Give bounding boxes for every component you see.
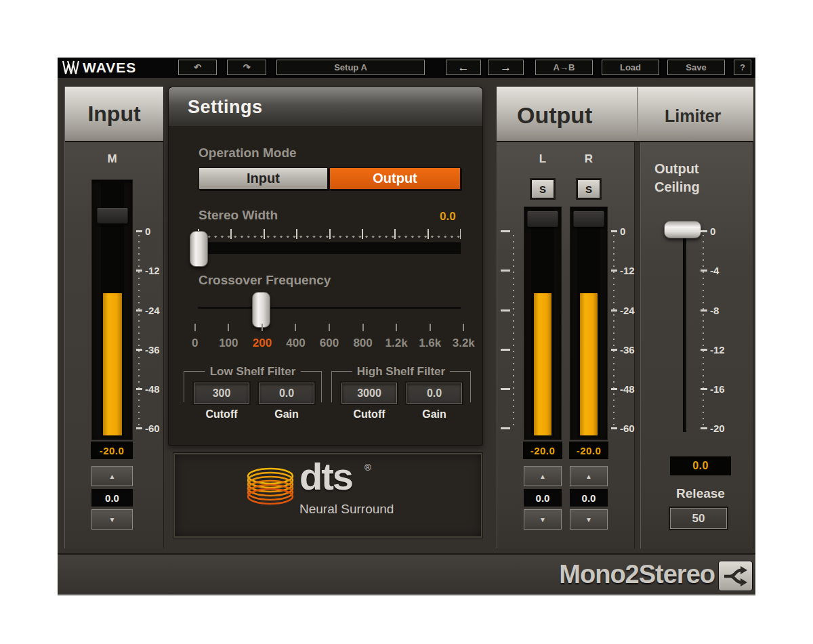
left-meter-well	[524, 207, 562, 440]
scale-mark: -4	[701, 265, 719, 275]
scale-mark: 0	[136, 226, 150, 236]
scale-mark: -16	[701, 384, 725, 393]
load-button[interactable]: Load	[602, 60, 659, 75]
right-meter-well	[570, 207, 608, 440]
registered-mark: ®	[364, 463, 371, 473]
scale-mark: 0	[611, 226, 625, 236]
scale-mark	[501, 345, 510, 354]
output-section-title: Output	[517, 102, 592, 129]
setup-selector-button[interactable]: Setup A	[276, 60, 425, 75]
redo-icon: ↷	[243, 62, 251, 72]
help-button[interactable]: ?	[734, 60, 751, 75]
left-fader-thumb[interactable]	[528, 211, 558, 227]
output-limiter-header: Output Limiter	[497, 87, 753, 142]
scale-mark: -48	[611, 384, 635, 393]
minor-ticks	[138, 235, 140, 427]
stereo-width-slider-track[interactable]	[198, 242, 461, 254]
stereo-width-ruler	[198, 229, 461, 239]
prev-preset-button[interactable]: ←	[446, 60, 481, 75]
scale-mark: 0	[701, 226, 715, 236]
left-gain-value[interactable]: 0.0	[524, 489, 562, 507]
scale-mark: -60	[611, 423, 635, 433]
crossover-selected-value: 200	[245, 337, 279, 350]
input-meter-scale: 0 -12 -24 -36 -48 -60	[136, 226, 165, 433]
left-gain-up-button[interactable]: ▲	[524, 466, 562, 486]
input-fader-thumb[interactable]	[97, 208, 127, 223]
right-gain-value[interactable]: 0.0	[570, 489, 608, 507]
right-gain-up-button[interactable]: ▲	[570, 466, 608, 486]
input-gain-up-button[interactable]: ▲	[91, 466, 133, 486]
crossover-tick-labels: 0 100 200 400 600 800 1.2k 1.6k 3.2k	[178, 337, 480, 350]
high-shelf-filter-group: High Shelf Filter 3000 0.0 Cutoff Gain	[331, 364, 471, 426]
undo-button[interactable]: ↶	[178, 60, 217, 75]
input-section-title: Input	[65, 87, 163, 142]
input-section: Input M 0 -12 -24 -36 -48 -60 -20.0 ▲ 0.…	[64, 87, 164, 549]
output-ceiling-slider-track[interactable]	[683, 229, 686, 432]
input-channel-label: M	[91, 152, 133, 166]
stereo-width-value: 0.0	[440, 210, 456, 223]
ab-compare-button[interactable]: A→B	[535, 60, 593, 75]
up-arrow-icon: ▲	[585, 473, 592, 480]
low-shelf-cutoff-field[interactable]: 300	[194, 383, 249, 404]
stereo-width-slider-handle[interactable]	[190, 231, 208, 267]
mode-output-button[interactable]: Output	[329, 167, 461, 190]
input-meter-readout: -20.0	[91, 442, 133, 459]
gain-label: Gain	[406, 408, 462, 421]
dts-wordmark: dts	[299, 454, 352, 498]
scale-mark: -36	[611, 345, 635, 354]
high-shelf-cutoff-field[interactable]: 3000	[341, 383, 397, 404]
low-shelf-filter-group: Low Shelf Filter 300 0.0 Cutoff Gain	[184, 364, 322, 426]
crossover-ticks	[178, 324, 480, 331]
left-meter-bar	[534, 293, 551, 435]
right-meter-readout: -20.0	[569, 442, 608, 459]
crossover-frequency-label: Crossover Frequency	[199, 273, 331, 288]
scale-mark: -24	[611, 305, 635, 315]
down-arrow-icon: ▼	[585, 516, 592, 523]
operation-mode-label: Operation Mode	[199, 146, 297, 160]
product-name: Mono2Stereo	[559, 560, 715, 589]
up-arrow-icon: ▲	[109, 473, 116, 480]
left-meter-readout: -20.0	[523, 442, 562, 459]
crossover-slider-handle[interactable]	[252, 292, 270, 328]
low-shelf-title: Low Shelf Filter	[205, 365, 301, 379]
left-gain-down-button[interactable]: ▼	[524, 509, 562, 530]
release-label: Release	[661, 486, 740, 501]
waves-w-icon	[62, 60, 79, 75]
crossover-slider-track[interactable]	[198, 307, 461, 309]
right-solo-button[interactable]: S	[577, 179, 600, 198]
next-preset-button[interactable]: →	[488, 60, 524, 75]
scale-mark: -48	[136, 384, 160, 393]
dts-tagline: Neural Surround	[299, 502, 394, 517]
cutoff-label: Cutoff	[341, 408, 397, 421]
settings-title: Settings	[169, 87, 482, 126]
right-channel-label: R	[568, 152, 609, 166]
mode-input-button[interactable]: Input	[199, 167, 328, 190]
release-field[interactable]: 50	[670, 508, 727, 529]
right-fader-thumb[interactable]	[574, 211, 604, 227]
left-channel-label: L	[522, 152, 563, 166]
high-shelf-gain-field[interactable]: 0.0	[406, 383, 462, 404]
right-meter-bar	[580, 293, 598, 435]
input-gain-down-button[interactable]: ▼	[91, 509, 133, 530]
output-ceiling-slider-handle[interactable]	[664, 221, 701, 238]
left-solo-button[interactable]: S	[531, 179, 554, 198]
redo-button[interactable]: ↷	[227, 60, 266, 75]
down-arrow-icon: ▼	[109, 516, 116, 523]
right-gain-down-button[interactable]: ▼	[570, 509, 608, 530]
high-shelf-title: High Shelf Filter	[352, 365, 450, 379]
header-seam	[637, 87, 638, 141]
cutoff-label: Cutoff	[194, 408, 249, 421]
bottom-bar: Mono2Stereo	[58, 553, 755, 596]
dts-coil-icon	[245, 467, 296, 506]
minor-ticks	[513, 235, 514, 427]
scale-mark	[501, 305, 510, 315]
up-arrow-icon: ▲	[539, 473, 546, 480]
left-arrow-icon: ←	[458, 61, 470, 74]
scale-mark	[501, 423, 510, 433]
save-button[interactable]: Save	[667, 60, 725, 75]
scale-mark: -36	[136, 345, 160, 354]
wavesystem-toolbar: WAVES ↶ ↷ Setup A ← → A→B Load Save ?	[58, 58, 755, 78]
input-gain-value[interactable]: 0.0	[91, 489, 133, 507]
low-shelf-gain-field[interactable]: 0.0	[259, 383, 314, 404]
output-left-tick-strip	[499, 226, 520, 433]
